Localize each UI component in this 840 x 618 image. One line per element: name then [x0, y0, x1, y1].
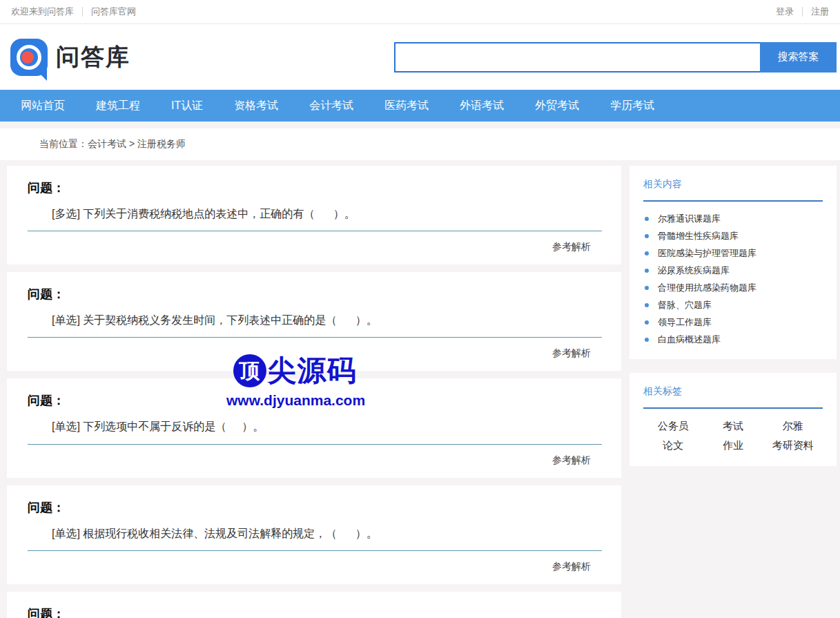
bullet-icon: [645, 286, 649, 290]
question-card: 问题： [单选] 关于契税纳税义务发生时间，下列表述中正确的是（ ）。 参考解析: [7, 272, 621, 371]
nav-item[interactable]: 外贸考试: [535, 99, 579, 113]
breadcrumb-separator: >: [126, 138, 137, 149]
tag-link[interactable]: 考试: [703, 420, 763, 433]
tag-link[interactable]: 作业: [703, 439, 763, 452]
search-input[interactable]: [394, 42, 760, 73]
breadcrumb-current[interactable]: 注册税务师: [137, 138, 186, 149]
question-label: 问题：: [28, 180, 602, 196]
analysis-link[interactable]: 参考解析: [552, 561, 591, 572]
related-item-link[interactable]: 尔雅通识课题库: [658, 213, 721, 225]
question-text[interactable]: [单选] 根据现行税收相关法律、法规及司法解释的规定，（ ）。: [52, 527, 602, 540]
question-text[interactable]: [多选] 下列关于消费税纳税地点的表述中，正确的有（ ）。: [52, 207, 602, 220]
logo-text: 问答库: [56, 41, 130, 73]
related-item-link[interactable]: 医院感染与护理管理题库: [658, 247, 756, 260]
question-text[interactable]: [单选] 下列选项中不属于反诉的是（ ）。: [52, 420, 602, 433]
sidebar: 相关内容 尔雅通识课题库 骨髓增生性疾病题库: [629, 166, 837, 480]
question-card: 问题： [单选] 关于法律、法规授权的组织，下列说法错误的是（ ）。 参考解析: [7, 592, 621, 618]
related-item: 督脉、穴题库: [643, 296, 823, 313]
question-list: 问题： [多选] 下列关于消费税纳税地点的表述中，正确的有（ ）。 参考解析 问…: [7, 166, 621, 618]
nav-item[interactable]: 网站首页: [21, 99, 65, 113]
search-button[interactable]: 搜索答案: [760, 42, 837, 73]
question-card: 问题： [单选] 下列选项中不属于反诉的是（ ）。 参考解析: [7, 378, 621, 477]
bullet-icon: [645, 234, 649, 238]
related-tags-title: 相关标签: [643, 385, 823, 398]
related-item-link[interactable]: 合理使用抗感染药物题库: [658, 282, 756, 294]
related-item-link[interactable]: 领导工作题库: [658, 316, 712, 329]
breadcrumb-prefix: 当前位置：: [39, 138, 88, 149]
login-link[interactable]: 登录: [776, 6, 794, 18]
related-item-link[interactable]: 白血病概述题库: [658, 334, 721, 346]
related-item: 医院感染与护理管理题库: [643, 244, 823, 262]
divider: [802, 7, 803, 17]
bullet-icon: [645, 251, 649, 255]
nav-item[interactable]: 外语考试: [460, 99, 504, 113]
bullet-icon: [645, 338, 649, 342]
main-nav: 网站首页 建筑工程 IT认证 资格考试 会计考试 医药考试 外语考试 外贸考试 …: [0, 90, 840, 122]
topbar: 欢迎来到问答库 问答库官网 登录 注册: [0, 0, 840, 24]
logo-dot-icon: [21, 51, 34, 64]
official-site-link[interactable]: 问答库官网: [91, 6, 136, 18]
bullet-icon: [645, 269, 649, 273]
breadcrumb-category[interactable]: 会计考试: [88, 138, 126, 149]
related-tags-card: 相关标签 公务员 考试 尔雅 论文 作业 考研资料: [629, 373, 837, 466]
question-label: 问题：: [28, 392, 602, 409]
search-bar: 搜索答案: [394, 42, 837, 73]
speech-bubble-logo-icon: [10, 39, 48, 76]
related-item: 领导工作题库: [643, 313, 823, 331]
divider: [643, 407, 823, 409]
register-link[interactable]: 注册: [811, 6, 829, 18]
question-card: 问题： [多选] 下列关于消费税纳税地点的表述中，正确的有（ ）。 参考解析: [7, 166, 621, 264]
analysis-link[interactable]: 参考解析: [552, 347, 591, 358]
welcome-text: 欢迎来到问答库: [11, 6, 74, 18]
breadcrumb-bar: 当前位置：会计考试 > 注册税务师: [0, 128, 840, 160]
breadcrumb: 当前位置：会计考试 > 注册税务师: [39, 138, 186, 151]
question-label: 问题：: [28, 286, 602, 302]
related-content-list: 尔雅通识课题库 骨髓增生性疾病题库 医院感染与护理管理题库 泌尿: [643, 210, 823, 348]
bullet-icon: [645, 217, 649, 221]
bullet-icon: [645, 303, 649, 307]
related-item: 白血病概述题库: [643, 331, 823, 348]
related-item: 合理使用抗感染药物题库: [643, 279, 823, 296]
question-card: 问题： [单选] 根据现行税收相关法律、法规及司法解释的规定，（ ）。 参考解析: [7, 485, 621, 584]
tag-link[interactable]: 尔雅: [763, 420, 823, 433]
bullet-icon: [645, 320, 649, 325]
tag-link[interactable]: 论文: [643, 439, 703, 452]
nav-item[interactable]: 建筑工程: [96, 99, 140, 113]
related-item: 尔雅通识课题库: [643, 210, 823, 227]
related-item-link[interactable]: 骨髓增生性疾病题库: [658, 230, 739, 242]
nav-item[interactable]: 学历考试: [610, 99, 654, 113]
tag-link[interactable]: 考研资料: [763, 439, 823, 452]
related-content-title: 相关内容: [643, 178, 823, 191]
analysis-link[interactable]: 参考解析: [552, 454, 591, 465]
related-item: 泌尿系统疾病题库: [643, 262, 823, 279]
nav-item[interactable]: 医药考试: [384, 99, 429, 113]
related-content-card: 相关内容 尔雅通识课题库 骨髓增生性疾病题库: [629, 166, 837, 359]
question-label: 问题：: [28, 606, 602, 618]
divider: [643, 200, 823, 202]
nav-item[interactable]: 会计考试: [309, 99, 353, 113]
question-text[interactable]: [单选] 关于契税纳税义务发生时间，下列表述中正确的是（ ）。: [52, 313, 602, 327]
analysis-link[interactable]: 参考解析: [552, 241, 591, 252]
content: 问题： [多选] 下列关于消费税纳税地点的表述中，正确的有（ ）。 参考解析 问…: [0, 160, 840, 618]
related-item: 骨髓增生性疾病题库: [643, 227, 823, 244]
divider: [82, 7, 83, 17]
nav-item[interactable]: 资格考试: [234, 99, 278, 113]
nav-item[interactable]: IT认证: [171, 99, 203, 113]
header: 问答库 搜索答案: [0, 24, 840, 90]
question-label: 问题：: [28, 499, 602, 516]
tag-grid: 公务员 考试 尔雅 论文 作业 考研资料: [643, 420, 823, 455]
tag-link[interactable]: 公务员: [643, 420, 703, 433]
site-logo[interactable]: 问答库: [10, 39, 130, 76]
related-item-link[interactable]: 督脉、穴题库: [658, 299, 712, 311]
related-item-link[interactable]: 泌尿系统疾病题库: [658, 264, 730, 277]
